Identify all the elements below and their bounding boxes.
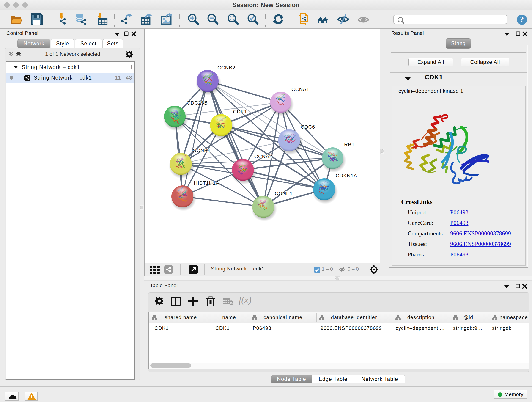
svg-text:CCNA2: CCNA2 [254, 153, 272, 159]
svg-text:RB1: RB1 [344, 142, 355, 147]
svg-text:CCNB1: CCNB1 [193, 148, 211, 153]
svg-text:CDKN1A: CDKN1A [336, 173, 357, 179]
svg-text:CCNA1: CCNA1 [291, 86, 310, 92]
svg-text:CDC6: CDC6 [301, 124, 315, 130]
svg-text:CDK1: CDK1 [233, 109, 247, 115]
svg-text:CCNE1: CCNE1 [275, 191, 293, 196]
svg-text:CDC25B: CDC25B [187, 100, 208, 106]
svg-text:HIST1H1A: HIST1H1A [194, 180, 220, 186]
svg-text:?: ? [520, 15, 524, 24]
svg-text:CCNB2: CCNB2 [217, 65, 235, 70]
